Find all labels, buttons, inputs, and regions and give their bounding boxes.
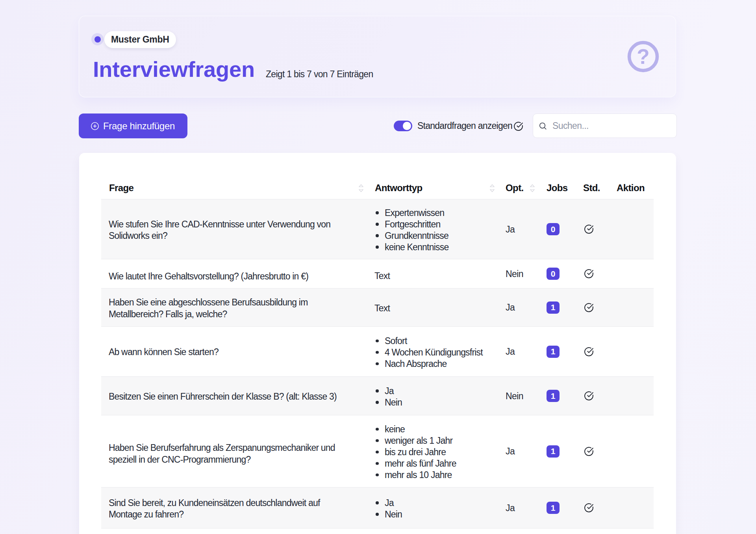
svg-text:?: ? <box>637 45 649 68</box>
